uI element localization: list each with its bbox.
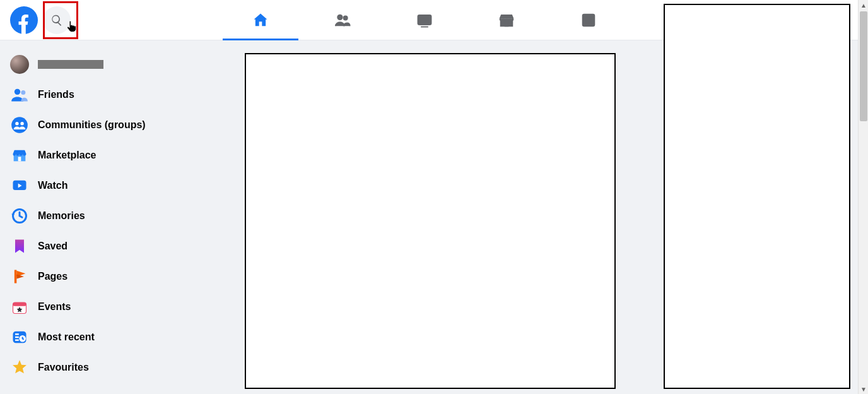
sidebar-item-watch[interactable]: Watch	[5, 170, 220, 201]
events-icon	[10, 297, 29, 316]
sidebar-item-communities[interactable]: Communities (groups)	[5, 110, 220, 140]
sidebar-item-label: Memories	[38, 210, 85, 222]
nav-tab-feeds[interactable]	[548, 0, 630, 40]
sidebar-item-friends[interactable]: Friends	[5, 80, 220, 110]
sidebar-item-saved[interactable]: Saved	[5, 231, 220, 261]
svg-rect-21	[13, 302, 26, 306]
svg-rect-5	[505, 23, 508, 27]
facebook-logo-icon	[10, 6, 38, 34]
sidebar-item-pages[interactable]: Pages	[5, 261, 220, 292]
sidebar-item-marketplace[interactable]: Marketplace	[5, 140, 220, 170]
watch-color-icon	[10, 176, 29, 195]
left-sidebar: Friends Communities (groups) Marketplace…	[5, 49, 220, 383]
svg-rect-19	[15, 270, 16, 284]
sidebar-item-label: Most recent	[38, 331, 95, 343]
right-panel-placeholder	[664, 4, 850, 389]
sidebar-item-mostrecent[interactable]: Most recent	[5, 322, 220, 352]
scroll-down-icon[interactable]: ▼	[859, 384, 868, 394]
sidebar-item-label: Friends	[38, 89, 74, 100]
svg-rect-24	[15, 337, 19, 338]
nav-tab-home[interactable]	[220, 0, 302, 40]
svg-point-1	[337, 15, 342, 20]
svg-point-11	[15, 89, 20, 95]
groups-icon	[10, 116, 29, 134]
svg-rect-23	[15, 333, 19, 335]
sidebar-item-label: Watch	[38, 180, 67, 191]
watch-icon	[416, 11, 433, 29]
svg-rect-16	[18, 157, 21, 161]
sidebar-item-events[interactable]: Events	[5, 292, 220, 322]
nav-tabs	[220, 0, 630, 40]
saved-icon	[10, 237, 29, 256]
sidebar-item-label: Saved	[38, 241, 67, 252]
search-button[interactable]	[43, 6, 71, 34]
scroll-up-icon[interactable]: ▲	[859, 0, 868, 10]
svg-rect-7	[585, 16, 590, 21]
pages-icon	[10, 267, 29, 286]
svg-point-15	[20, 122, 23, 125]
svg-rect-25	[15, 340, 19, 341]
favourites-icon	[10, 358, 29, 377]
nav-tab-friends[interactable]	[302, 0, 384, 40]
scrollbar-thumb[interactable]	[860, 11, 867, 121]
sidebar-item-label: Events	[38, 301, 71, 313]
sidebar-item-label: Favourites	[38, 362, 89, 373]
marketplace-icon	[498, 11, 515, 29]
facebook-logo[interactable]	[10, 6, 38, 34]
sidebar-item-profile[interactable]	[5, 49, 220, 80]
svg-point-13	[11, 117, 28, 133]
home-icon	[252, 11, 269, 29]
nav-tab-watch[interactable]	[384, 0, 466, 40]
nav-tab-marketplace[interactable]	[466, 0, 548, 40]
svg-point-12	[21, 90, 25, 95]
svg-point-2	[344, 16, 348, 20]
feed-placeholder	[245, 53, 616, 389]
search-icon	[50, 14, 63, 27]
scrollbar[interactable]: ▲ ▼	[858, 0, 868, 394]
marketplace-color-icon	[10, 146, 29, 165]
sidebar-item-label: Marketplace	[38, 150, 97, 161]
friends-icon	[10, 85, 29, 104]
sidebar-item-memories[interactable]: Memories	[5, 201, 220, 231]
svg-point-14	[15, 122, 18, 125]
sidebar-item-label: Pages	[38, 271, 67, 282]
sidebar-item-favourites[interactable]: Favourites	[5, 352, 220, 383]
mostrecent-icon	[10, 328, 29, 347]
feeds-icon	[580, 11, 597, 29]
memories-icon	[10, 206, 29, 225]
avatar	[10, 55, 29, 74]
profile-name-redacted	[38, 60, 103, 69]
sidebar-item-label: Communities (groups)	[38, 119, 146, 131]
friends-icon	[334, 11, 351, 29]
